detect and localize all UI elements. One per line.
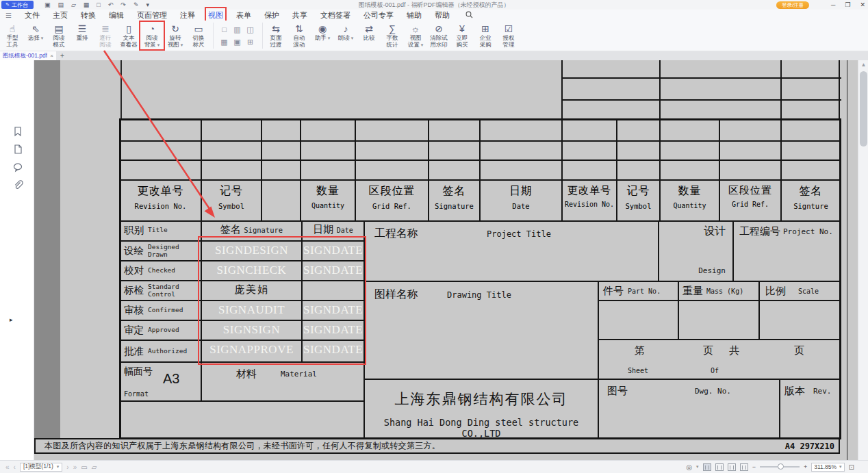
menu-item[interactable]: 共享 xyxy=(292,10,307,21)
comments-panel-button[interactable] xyxy=(12,162,23,172)
menu-item[interactable]: 文档签署 xyxy=(320,10,350,21)
sheet-of-cell: 第 页 共 页 Sheet Of xyxy=(599,340,840,380)
menu-bar: ☰ 文件主页转换编辑页面管理注释视图表单保护共享文档签署公司专享辅助帮助 xyxy=(0,10,868,21)
workspace-button[interactable]: ✎ 工作台 xyxy=(1,1,34,9)
role-en: Title xyxy=(148,227,168,233)
page-display-icon[interactable]: □ xyxy=(218,24,230,35)
menu-item[interactable]: 保护 xyxy=(264,10,279,21)
scrollbar-thumb[interactable] xyxy=(860,71,867,146)
role-cn: 审定 xyxy=(124,324,144,337)
date-field[interactable] xyxy=(303,281,365,301)
maximize-button[interactable]: ❐ xyxy=(845,1,850,8)
ribbon-button[interactable]: ◉ 助手 xyxy=(311,23,333,49)
ribbon-button[interactable]: ◔ 阅读 背景 xyxy=(141,23,163,49)
login-button[interactable]: 登录/注册 xyxy=(776,1,809,9)
signature-field[interactable]: 庞美娟 xyxy=(202,281,303,301)
menu-item[interactable]: 视图 xyxy=(208,10,223,21)
date-field[interactable]: SIGNDATE xyxy=(303,321,365,341)
ribbon-button[interactable]: ☼ 视图 设置 xyxy=(405,23,426,49)
first-page-button[interactable]: « xyxy=(5,463,10,471)
next-page-button[interactable]: › xyxy=(66,463,68,471)
document-tab[interactable]: 图纸模板-001.pdf × xyxy=(0,51,56,60)
date-field[interactable]: SIGNDATE xyxy=(303,261,365,281)
menu-item[interactable]: 表单 xyxy=(236,10,251,21)
menu-item[interactable]: 主页 xyxy=(53,10,68,21)
page-display-icon[interactable]: ▥ xyxy=(231,24,243,35)
single-page-layout-button[interactable] xyxy=(703,463,711,471)
ribbon-button-label: 清除试 用水印 xyxy=(430,35,448,49)
snapshot-icon[interactable]: ▭ xyxy=(81,463,87,471)
new-tab-button[interactable]: + xyxy=(60,52,64,60)
header-en: Signture xyxy=(782,202,840,210)
date-field[interactable]: SIGNDATE xyxy=(303,301,365,321)
menu-item[interactable]: 文件 xyxy=(25,10,40,21)
zoom-slider-knob[interactable] xyxy=(778,463,784,470)
menu-item[interactable]: 公司专享 xyxy=(363,10,394,21)
signature-field[interactable]: SIGNCHECK xyxy=(202,261,303,281)
header-en: Quantity xyxy=(301,202,355,209)
date-field[interactable]: SIGNDATE xyxy=(303,341,365,363)
zoom-level-selector[interactable]: 311.85% ▾ xyxy=(811,463,844,472)
ribbon-button[interactable]: ≣ 逐行 阅读 xyxy=(94,23,116,49)
page-thumbnails-button[interactable] xyxy=(12,144,23,155)
continuous-layout-button[interactable] xyxy=(715,463,724,471)
signature-field[interactable]: SIGNSIGN xyxy=(202,321,303,341)
hamburger-icon[interactable]: ☰ xyxy=(5,12,12,19)
zoom-slider[interactable] xyxy=(760,466,800,468)
zoom-out-button[interactable]: − xyxy=(752,463,756,470)
signature-field[interactable]: SIGNAPPROVE xyxy=(202,341,303,363)
ribbon-button-label: 逐行 阅读 xyxy=(100,35,112,49)
signature-field[interactable]: SIGNAUDIT xyxy=(202,301,303,321)
prev-page-button[interactable]: ‹ xyxy=(14,463,16,471)
continuous-facing-layout-button[interactable] xyxy=(740,463,748,471)
menu-item[interactable]: 转换 xyxy=(81,10,96,21)
tab-close-icon[interactable]: × xyxy=(50,53,53,59)
close-button[interactable]: ✕ xyxy=(860,1,865,8)
vertical-scrollbar[interactable]: ▲ xyxy=(858,60,868,460)
page-display-icon[interactable]: ▦ xyxy=(218,36,230,47)
ribbon-button[interactable]: ⊞ 企业 采购 xyxy=(474,23,496,49)
ribbon-button[interactable]: ▭ 切换 标尺 xyxy=(188,23,209,49)
signature-field[interactable]: SIGNDESIGN xyxy=(202,242,303,261)
page-display-icon[interactable]: ◫ xyxy=(244,24,256,35)
page-display-icon[interactable]: ⊞ xyxy=(244,36,256,47)
sign-header-cn: 签名 xyxy=(220,223,241,235)
zoom-in-button[interactable]: + xyxy=(804,463,807,470)
facing-layout-button[interactable] xyxy=(728,463,736,471)
ribbon-button[interactable]: ☝ 手型 工具 xyxy=(1,23,23,49)
header-cn: 记号 xyxy=(617,184,659,199)
minimize-button[interactable]: ─ xyxy=(831,1,835,8)
page-selector[interactable]: [1]模型(1/1) ▾ xyxy=(20,463,62,472)
search-icon[interactable] xyxy=(465,11,473,20)
ribbon-button[interactable]: ↻ 旋转 视图 xyxy=(164,23,186,49)
last-page-button[interactable]: » xyxy=(73,463,77,471)
scroll-up-arrow[interactable]: ▲ xyxy=(858,60,868,70)
ribbon-button[interactable]: ⇅ 自动 滚动 xyxy=(288,23,310,49)
attachments-panel-button[interactable] xyxy=(12,179,23,190)
bookmarks-panel-button[interactable] xyxy=(12,126,23,137)
ribbon-button[interactable]: ▯ 文本 查看器 xyxy=(118,23,140,49)
view-mode-icon[interactable]: ◎ xyxy=(686,463,692,471)
design-en: Design xyxy=(698,266,726,275)
menu-item[interactable]: 辅助 xyxy=(407,10,422,21)
menu-item[interactable]: 编辑 xyxy=(109,10,124,21)
menu-item[interactable]: 页面管理 xyxy=(137,10,167,21)
ribbon-button[interactable]: ⇄ 比较 xyxy=(358,23,380,49)
ribbon-button[interactable]: ⇖ 选择 xyxy=(25,23,47,49)
ribbon-button[interactable]: ☰ 重排 xyxy=(71,23,93,49)
clipboard-icon[interactable]: ▱ xyxy=(92,463,97,471)
date-field[interactable]: SIGNDATE xyxy=(303,242,365,261)
ribbon-button[interactable]: ¥ 立即 购买 xyxy=(451,23,473,49)
ribbon-button[interactable]: ♪ 朗读 xyxy=(335,23,357,49)
fullscreen-icon[interactable]: ⊡ xyxy=(849,463,854,471)
ribbon-button[interactable]: ⊘ 清除试 用水印 xyxy=(428,23,450,49)
ribbon-button[interactable]: ▤ 阅读 模式 xyxy=(48,23,70,49)
panel-collapse-arrow[interactable]: ▸ xyxy=(10,316,13,323)
page-display-icon[interactable]: ▣ xyxy=(231,36,243,47)
menu-item[interactable]: 注释 xyxy=(180,10,195,21)
ribbon-button[interactable]: ☑ 授权 管理 xyxy=(498,23,520,49)
menu-item[interactable]: 帮助 xyxy=(435,10,450,21)
ribbon-button[interactable]: ⇆ 页面 过渡 xyxy=(265,23,287,49)
ribbon-button-icon: ▭ xyxy=(194,23,203,34)
ribbon-button[interactable]: ∑ 字数 统计 xyxy=(381,23,403,49)
